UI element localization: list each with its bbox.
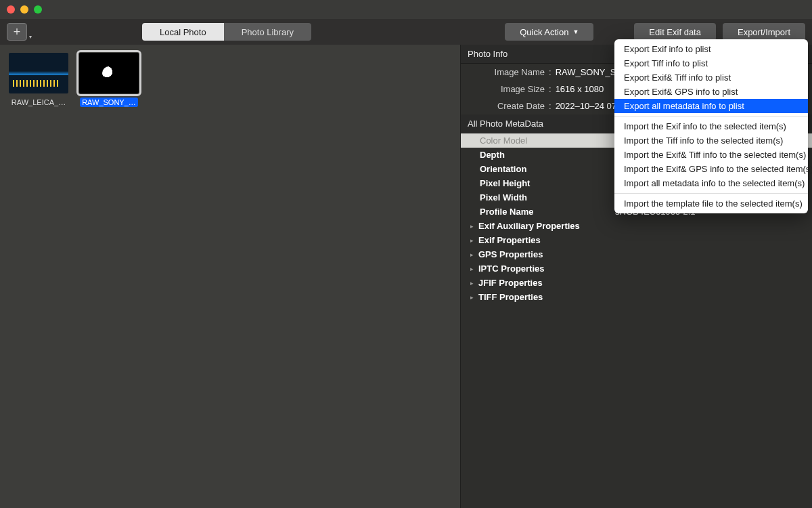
chevron-down-icon: ▼ [572,28,579,35]
maximize-icon[interactable] [34,5,42,14]
menu-item[interactable]: Export all metadata info to plist [614,99,808,113]
export-import-button[interactable]: Export/Import [723,23,805,41]
tab-photo-library[interactable]: Photo Library [224,23,311,41]
tab-local-photo[interactable]: Local Photo [142,23,224,41]
thumbnail-label: RAW_SONY_… [80,98,138,107]
menu-item[interactable]: Import the Exif& GPS info to the selecte… [614,162,808,176]
disclosure-triangle-icon: ▸ [470,237,478,244]
metadata-key: Orientation [480,164,615,174]
metadata-group-label: Exif Properties [478,235,614,245]
metadata-group[interactable]: ▸TIFF Properties [461,290,812,304]
menu-item[interactable]: Import all metadata info to the selected… [614,176,808,190]
menu-separator [614,116,808,117]
source-tabs: Local Photo Photo Library [142,23,311,41]
thumbnail-image [79,53,139,93]
menu-item[interactable]: Import the Tiff info to the selected ite… [614,133,808,148]
menu-item[interactable]: Import the Exif info to the selected ite… [614,119,808,133]
disclosure-triangle-icon: ▸ [470,294,478,301]
close-icon[interactable] [7,5,15,14]
metadata-group[interactable]: ▸Exif Auxiliary Properties [461,219,812,233]
menu-item[interactable]: Export Tiff info to plist [614,56,808,70]
metadata-key: Pixel Width [480,192,615,203]
disclosure-triangle-icon: ▸ [470,266,478,272]
quick-action-button[interactable]: Quick Action ▼ [505,23,593,41]
minimize-icon[interactable] [20,5,28,14]
metadata-group[interactable]: ▸JFIF Properties [461,276,812,290]
metadata-group[interactable]: ▸GPS Properties [461,247,812,261]
disclosure-triangle-icon: ▸ [470,223,478,230]
info-key: Image Size [470,84,545,94]
metadata-group-label: IPTC Properties [478,263,614,274]
metadata-group-label: GPS Properties [478,249,614,259]
metadata-group[interactable]: ▸IPTC Properties [461,261,812,276]
thumbnail-item[interactable]: RAW_LEICA_… [8,53,69,107]
thumbnail-item[interactable]: RAW_SONY_… [78,53,139,107]
disclosure-triangle-icon: ▸ [470,251,478,258]
thumbnail-label: RAW_LEICA_… [9,98,68,107]
disclosure-triangle-icon: ▸ [470,280,478,287]
menu-item[interactable]: Export Exif& Tiff info to plist [614,70,808,85]
menu-item[interactable]: Import the template file to the selected… [614,196,808,211]
thumbnail-image [9,53,68,93]
info-key: Create Date [470,101,545,111]
metadata-group-label: Exif Auxiliary Properties [478,221,614,231]
thumbnail-grid: RAW_LEICA_… RAW_SONY_… [0,45,460,508]
metadata-key: Pixel Height [480,178,615,188]
titlebar [0,0,812,19]
metadata-group-label: TIFF Properties [478,292,614,302]
menu-item[interactable]: Export Exif info to plist [614,42,808,56]
metadata-key: Color Model [480,135,615,146]
metadata-key: Profile Name [480,207,615,217]
chevron-down-icon: ▾ [29,34,32,40]
metadata-group-label: JFIF Properties [478,278,614,288]
info-key: Image Name [470,67,545,77]
metadata-key: Depth [480,150,615,160]
quick-action-label: Quick Action [520,27,568,37]
menu-item[interactable]: Import the Exif& Tiff info to the select… [614,148,808,162]
metadata-group[interactable]: ▸Exif Properties [461,233,812,247]
window-controls [7,5,42,14]
export-import-menu: Export Exif info to plistExport Tiff inf… [614,39,808,213]
plus-icon: + [14,25,21,39]
add-button[interactable]: + ▾ [7,23,27,41]
menu-separator [614,193,808,194]
edit-exif-button[interactable]: Edit Exif data [634,23,716,41]
menu-item[interactable]: Export Exif& GPS info to plist [614,85,808,99]
